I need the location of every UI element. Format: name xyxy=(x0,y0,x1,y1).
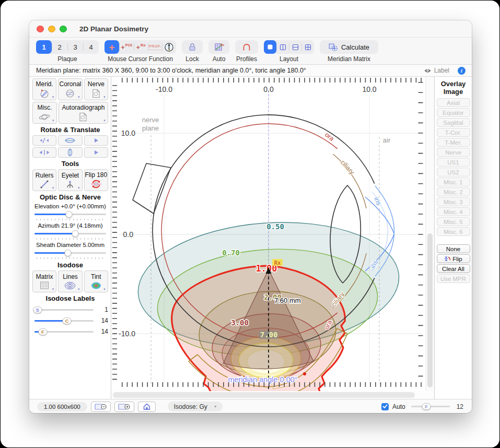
misc-view-label: Misc. xyxy=(37,104,52,111)
zoom-in-button[interactable] xyxy=(114,402,134,412)
misc-view-button[interactable]: Misc. xyxy=(32,102,57,124)
eyelet-label: Eyelet xyxy=(62,172,79,179)
cursor-crosshair-segment[interactable]: + xyxy=(104,40,119,54)
s-slider-thumb[interactable]: S xyxy=(33,306,42,313)
isodose-lines-button[interactable]: Lines xyxy=(58,270,82,292)
home-view-button[interactable] xyxy=(138,402,156,412)
plaque-segment-1[interactable]: 1 xyxy=(36,40,52,54)
overlay-equator-button[interactable]: Equator xyxy=(437,108,470,117)
eyelet-button[interactable]: Eyelet xyxy=(58,169,82,191)
elevation-slider-thumb[interactable] xyxy=(65,211,72,218)
sheath-slider-ticks xyxy=(37,257,104,259)
calculate-button[interactable]: Calculate xyxy=(320,40,378,54)
isodose-unit-popup[interactable]: Isodose: Gy ▼ xyxy=(168,402,223,411)
nerve-view-button[interactable]: Nerve xyxy=(84,78,108,100)
f-slider-thumb[interactable]: F xyxy=(38,328,47,335)
mouse-cursor-segmented-control: + +POI +Rx PROF. xyxy=(104,40,176,54)
sheath-diameter-slider[interactable] xyxy=(34,249,106,256)
svg-text:Rx: Rx xyxy=(220,43,224,46)
rotate-ccw-button[interactable] xyxy=(32,135,56,146)
autoradiograph-view-button[interactable]: Autoradiograph xyxy=(59,102,108,124)
plaque-segment-2[interactable]: 2 xyxy=(52,40,67,54)
chevron-down-icon: ▼ xyxy=(214,405,217,408)
zoom-out-button[interactable] xyxy=(91,402,111,412)
overlay-tcor-button[interactable]: T-Cor. xyxy=(437,128,470,137)
rotate-play-button[interactable] xyxy=(84,135,108,146)
horizontal-scrollbar[interactable] xyxy=(111,391,434,399)
auto-button[interactable]: Rx xyxy=(208,40,229,54)
overlay-us1-button[interactable]: US1 xyxy=(437,158,470,167)
overlay-sagittal-button[interactable]: Sagittal xyxy=(437,118,470,127)
profiles-button[interactable] xyxy=(235,40,258,54)
azimuth-slider-thumb[interactable] xyxy=(72,230,79,237)
minimize-button[interactable] xyxy=(48,26,55,32)
flip-180-button[interactable]: Flip 180 xyxy=(84,169,108,191)
coronal-view-button[interactable]: Coronal xyxy=(58,78,82,100)
layout-two-column-segment[interactable] xyxy=(276,40,289,54)
overlay-image-panel: Overlay Image Axial Equator Sagittal T-C… xyxy=(434,77,472,399)
overlay-none-button[interactable]: None xyxy=(437,244,470,253)
overlay-misc5-button[interactable]: Misc. 5 xyxy=(437,217,470,226)
overlay-misc6-button[interactable]: Misc. 6 xyxy=(437,227,470,236)
plaque-segment-3[interactable]: 3 xyxy=(67,40,83,54)
app-window: 2D Planar Dosimetry 1 2 3 4 Plaque + +PO… xyxy=(29,20,472,413)
close-button[interactable] xyxy=(37,26,44,32)
nerve-view-label: Nerve xyxy=(88,80,104,88)
profiles-label: Profiles xyxy=(236,55,257,63)
overlay-use-mpr-button[interactable]: Use MPR xyxy=(437,274,470,283)
lock-button[interactable] xyxy=(182,40,203,54)
auto-checkbox[interactable] xyxy=(381,403,389,410)
rotate-horizontal-button[interactable] xyxy=(58,135,82,146)
c-slider-thumb[interactable]: C xyxy=(63,317,72,324)
azimuth-slider[interactable] xyxy=(34,230,106,237)
traffic-lights xyxy=(29,26,67,32)
elevation-slider[interactable] xyxy=(34,210,106,218)
meridian-plane-status: Meridian plane: matrix 360 X 360, 9:00 t… xyxy=(36,67,306,74)
plaque-segmented-control: 1 2 3 4 xyxy=(36,40,99,54)
cursor-poi-segment[interactable]: +POI xyxy=(119,40,134,54)
isodose-label-f-slider[interactable]: F xyxy=(34,328,94,335)
dosimetry-canvas[interactable]: 0.50 0.70 1.00 2.00 3.00 Rx 7.00 xyxy=(111,77,434,399)
eye-icon xyxy=(424,68,432,74)
compass-icon xyxy=(164,42,174,52)
layout-two-row-segment[interactable] xyxy=(289,40,301,54)
isodose-matrix-button[interactable]: Matrix xyxy=(32,270,56,292)
isodose-label-c-slider[interactable]: C xyxy=(34,317,94,324)
font-size-slider-thumb[interactable]: F xyxy=(422,403,431,410)
flip-180-icon xyxy=(90,179,102,189)
overlay-us2-button[interactable]: US2 xyxy=(437,168,470,176)
isodose-tint-button[interactable]: Tint xyxy=(84,270,108,292)
overlay-tmer-button[interactable]: T-Mer. xyxy=(437,138,470,147)
meridian-view-button[interactable]: Merid. xyxy=(32,78,56,100)
isodose-labels-header: Isodose Labels xyxy=(32,294,108,302)
sheath-slider-thumb[interactable] xyxy=(65,250,72,256)
autoradiograph-page-icon xyxy=(77,112,89,122)
info-icon[interactable]: i xyxy=(458,67,466,75)
overlay-misc2-button[interactable]: Misc. 2 xyxy=(437,187,470,196)
vertical-lens-icon xyxy=(66,148,74,157)
rotate-vertical-button[interactable] xyxy=(58,147,82,158)
translate-play-button[interactable] xyxy=(84,147,108,158)
rulers-button[interactable]: Rulers xyxy=(32,169,56,191)
font-size-slider[interactable]: F xyxy=(411,403,450,410)
overlay-clear-all-button[interactable]: Clear All xyxy=(437,264,470,273)
layout-grid-segment[interactable] xyxy=(301,40,314,54)
isodose-label-s-slider[interactable]: S xyxy=(34,306,94,313)
label-toggle-button[interactable]: Label xyxy=(421,66,452,75)
zoom-button[interactable] xyxy=(60,26,67,32)
overlay-misc4-button[interactable]: Misc. 4 xyxy=(437,207,470,216)
flip-180-label: Flip 180 xyxy=(85,171,107,179)
cursor-compass-segment[interactable] xyxy=(162,40,176,54)
translate-horizontal-button[interactable] xyxy=(32,147,56,158)
cursor-rx-segment[interactable]: +Rx xyxy=(134,40,148,54)
overlay-flip-button[interactable]: Flip xyxy=(437,254,470,263)
overlay-misc1-button[interactable]: Misc. 1 xyxy=(437,178,470,186)
two-row-icon xyxy=(292,44,299,51)
plaque-segment-4[interactable]: 4 xyxy=(83,40,99,54)
overlay-axial-button[interactable]: Axial xyxy=(437,98,470,107)
overlay-nerve-button[interactable]: Nerve xyxy=(437,148,470,157)
overlay-misc3-button[interactable]: Misc. 3 xyxy=(437,197,470,206)
layout-single-segment[interactable] xyxy=(264,40,276,54)
vertical-scrollbar[interactable] xyxy=(426,77,434,391)
cursor-profile-segment[interactable]: PROF. xyxy=(148,40,162,54)
